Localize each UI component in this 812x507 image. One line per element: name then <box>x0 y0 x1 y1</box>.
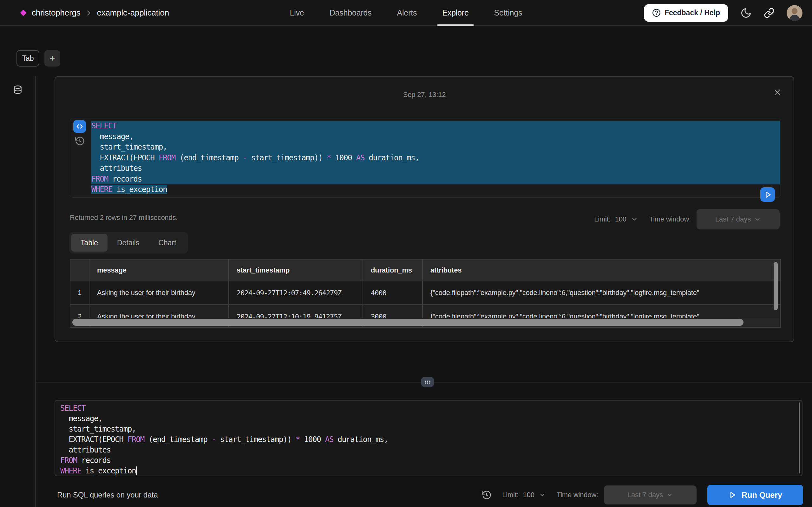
sql-editor[interactable]: SELECT message, start_timestamp, EXTRACT… <box>55 400 803 476</box>
text-caret <box>136 466 137 475</box>
play-icon <box>728 491 737 499</box>
top-nav: christophergs example-application Live D… <box>0 0 812 26</box>
link-icon <box>764 8 774 18</box>
table-header-attributes: attributes <box>423 260 780 281</box>
executed-sql-code[interactable]: SELECT message, start_timestamp, EXTRACT… <box>91 121 780 197</box>
time-window-group: Time window: Last 7 days <box>649 209 780 229</box>
table-header-duration-ms: duration_ms <box>363 260 423 281</box>
query-tab[interactable]: Tab <box>16 50 39 66</box>
editor-vertical-scrollbar-thumb[interactable] <box>799 402 800 473</box>
close-icon <box>773 88 781 96</box>
chevron-down-icon <box>631 216 638 223</box>
result-timestamp: Sep 27, 13:12 <box>55 91 794 99</box>
result-query-options: Limit: 100 Time window: Last 7 days <box>594 209 780 229</box>
moon-icon <box>740 7 752 19</box>
view-tab-chart[interactable]: Chart <box>149 234 186 251</box>
code-view-button[interactable] <box>73 120 86 133</box>
splitter-grip-handle[interactable] <box>421 377 434 387</box>
executed-query-block: SELECT message, start_timestamp, EXTRACT… <box>70 118 781 198</box>
play-icon <box>763 190 772 199</box>
close-result-button[interactable] <box>773 88 781 96</box>
question-circle-icon <box>652 9 661 17</box>
table-vertical-scrollbar-thumb[interactable] <box>774 262 778 310</box>
clock-rotate-left-icon <box>481 490 491 500</box>
limit-dropdown[interactable]: Limit: 100 <box>594 215 638 223</box>
time-window-dropdown[interactable]: Last 7 days <box>604 486 697 504</box>
user-avatar[interactable] <box>786 5 803 21</box>
nav-item-live[interactable]: Live <box>290 0 304 26</box>
result-status: Returned 2 rows in 27 milliseconds. <box>70 214 177 222</box>
table-header-row: message start_timestamp duration_ms attr… <box>70 260 780 281</box>
table-header-start-timestamp: start_timestamp <box>229 260 363 281</box>
table-header-rownum <box>70 260 90 281</box>
time-window-dropdown[interactable]: Last 7 days <box>697 209 780 229</box>
result-view-tabs: Table Details Chart <box>69 232 188 253</box>
add-tab-button[interactable]: + <box>44 50 60 66</box>
horizontal-scrollbar-thumb[interactable] <box>72 319 744 326</box>
result-table: message start_timestamp duration_ms attr… <box>70 259 781 328</box>
table-horizontal-scrollbar[interactable] <box>71 318 780 326</box>
code-brackets-icon <box>75 122 84 130</box>
time-window-group: Time window: Last 7 days <box>557 486 697 504</box>
database-icon <box>13 84 23 95</box>
chevron-down-icon <box>539 492 546 498</box>
chevron-down-icon <box>754 216 761 223</box>
logfire-logo-icon[interactable] <box>20 9 27 16</box>
share-link-button[interactable] <box>764 8 774 18</box>
grip-dots-icon <box>423 379 432 385</box>
schema-browser-button[interactable] <box>13 84 23 95</box>
theme-toggle-button[interactable] <box>740 7 752 19</box>
clock-rotate-left-icon <box>74 136 85 146</box>
top-nav-actions: Feedback / Help <box>644 0 803 26</box>
query-result-panel: Sep 27, 13:12 SELECT message, start_time… <box>55 76 794 342</box>
limit-dropdown[interactable]: Limit: 100 <box>502 491 546 499</box>
nav-item-settings[interactable]: Settings <box>494 0 522 26</box>
breadcrumb: christophergs example-application <box>32 0 169 26</box>
query-history-button[interactable] <box>74 136 85 146</box>
run-query-button[interactable]: Run Query <box>707 485 803 505</box>
breadcrumb-project[interactable]: example-application <box>97 8 169 18</box>
nav-item-explore[interactable]: Explore <box>442 0 468 26</box>
bottom-toolbar-actions: Limit: 100 Time window: Last 7 days Run … <box>481 483 803 507</box>
table-header-message: message <box>90 260 229 281</box>
nav-item-dashboards[interactable]: Dashboards <box>329 0 372 26</box>
sql-editor-code[interactable]: SELECT message, start_timestamp, EXTRACT… <box>60 403 796 475</box>
breadcrumb-org[interactable]: christophergs <box>32 8 80 18</box>
table-row[interactable]: 1 Asking the user for their birthday 202… <box>70 281 780 304</box>
run-inline-button[interactable] <box>760 187 775 202</box>
chevron-down-icon <box>666 492 673 498</box>
chevron-right-icon <box>85 9 92 16</box>
feedback-help-button[interactable]: Feedback / Help <box>644 4 728 22</box>
query-history-button[interactable] <box>481 490 491 500</box>
bottom-toolbar: Run SQL queries on your data Limit: 100 … <box>0 483 812 507</box>
left-rail <box>0 76 36 507</box>
view-tab-details[interactable]: Details <box>107 234 149 251</box>
nav-item-alerts[interactable]: Alerts <box>397 0 417 26</box>
editor-hint: Run SQL queries on your data <box>57 491 158 499</box>
view-tab-table[interactable]: Table <box>71 234 107 251</box>
